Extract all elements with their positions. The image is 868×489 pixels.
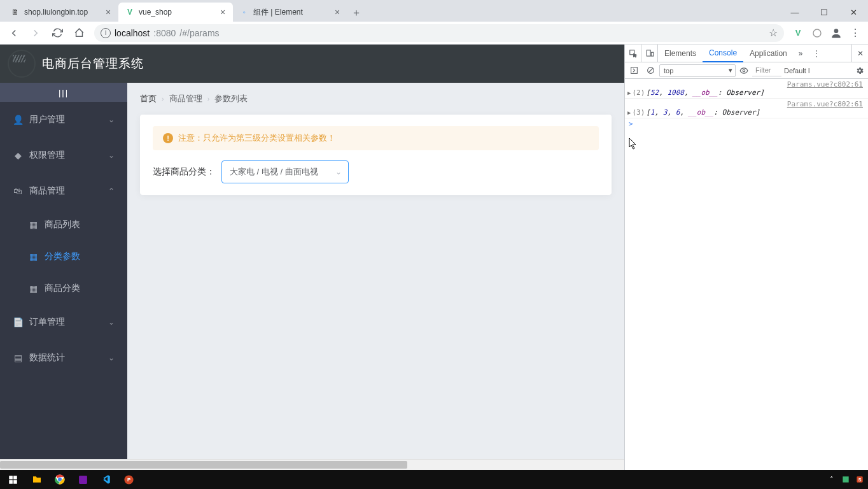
console-filter-input[interactable]: Filter [752, 65, 781, 76]
vue-icon: V [125, 7, 135, 17]
maximize-button[interactable]: ☐ [809, 3, 839, 22]
expand-triangle-icon[interactable]: ▶ [627, 108, 631, 116]
close-icon[interactable]: × [218, 7, 228, 17]
cascader-value: 大家电 / 电视 / 曲面电视 [230, 166, 318, 178]
chrome-taskbar-icon[interactable] [48, 470, 71, 489]
close-window-button[interactable]: ✕ [839, 3, 868, 22]
tray-app-icon[interactable]: S [854, 474, 865, 485]
svg-text:P: P [127, 477, 130, 483]
sidebar-subitem-goods-category[interactable]: ▦ 商品分类 [0, 273, 127, 304]
site-info-icon[interactable]: i [101, 28, 111, 38]
svg-rect-5 [631, 67, 637, 74]
vscode-taskbar-icon[interactable] [94, 470, 117, 489]
extension-icon[interactable] [808, 24, 826, 42]
windows-taskbar: P ˄ S [0, 470, 868, 489]
context-selector[interactable]: top [659, 64, 736, 77]
warning-icon: ! [163, 133, 173, 143]
log-array: [1, 3, 6, __ob__: Observer] [646, 108, 760, 117]
tray-chevron-icon[interactable]: ˄ [826, 474, 837, 485]
file-explorer-icon[interactable] [25, 470, 48, 489]
sidebar-item-label: 商品管理 [29, 185, 65, 197]
sidebar-item-stats[interactable]: ▤ 数据统计 ⌄ [0, 340, 127, 376]
home-button[interactable] [69, 23, 89, 43]
address-bar[interactable]: i localhost:8080/#/params ☆ [94, 24, 784, 42]
grid-icon: ▦ [28, 220, 38, 230]
console-prompt[interactable]: > [625, 118, 868, 129]
chevron-up-icon: ⌃ [108, 187, 115, 195]
forward-button[interactable] [25, 23, 46, 43]
selector-label: 选择商品分类： [153, 166, 215, 178]
svg-point-1 [834, 29, 839, 33]
console-settings-icon[interactable] [853, 66, 867, 75]
close-icon[interactable]: × [332, 7, 342, 17]
category-selector-row: 选择商品分类： 大家电 / 电视 / 曲面电视 ⌄ [153, 160, 599, 183]
sidebar-item-permissions[interactable]: ◆ 权限管理 ⌄ [0, 138, 127, 173]
expand-triangle-icon[interactable]: ▶ [627, 89, 631, 96]
tray-app-icon[interactable] [840, 474, 851, 485]
svg-line-7 [648, 68, 653, 73]
console-log-entry[interactable]: Params.vue?c802:61 ▶ (2) [52, 1008, __ob… [625, 79, 868, 99]
tab-title: vue_shop [139, 8, 214, 17]
sidebar-item-label: 分类参数 [45, 251, 80, 262]
svg-rect-11 [9, 480, 13, 484]
powerpoint-taskbar-icon[interactable]: P [117, 470, 140, 489]
breadcrumb-home[interactable]: 首页 [140, 93, 157, 104]
console-log-entry[interactable]: Params.vue?c802:61 ▶ (3) [1, 3, 6, __ob_… [625, 99, 868, 118]
scrollbar-thumb[interactable] [0, 461, 407, 469]
minimize-button[interactable]: — [780, 3, 809, 22]
log-source-link[interactable]: Params.vue?c802:61 [627, 100, 865, 108]
browser-tab[interactable]: 🗎 shop.liulongbin.top × [4, 3, 118, 22]
alert-text: 注意：只允许为第三级分类设置相关参数！ [178, 132, 335, 144]
vue-devtools-ext-icon[interactable]: V [789, 24, 807, 42]
start-button[interactable] [0, 470, 25, 489]
log-source-link[interactable]: Params.vue?c802:61 [627, 80, 865, 89]
chevron-down-icon: ⌄ [108, 115, 115, 124]
breadcrumb-level2[interactable]: 商品管理 [169, 93, 202, 104]
chevron-right-icon: › [162, 95, 164, 103]
browser-tab[interactable]: ◦ 组件 | Element × [233, 3, 347, 22]
system-tray: ˄ S [826, 470, 868, 489]
bookmark-star-icon[interactable]: ☆ [769, 27, 778, 39]
sidebar-collapse-button[interactable]: ||| [0, 83, 127, 102]
console-sidebar-toggle-icon[interactable] [626, 62, 641, 78]
sidebar-subitem-goods-list[interactable]: ▦ 商品列表 [0, 209, 127, 241]
svg-rect-10 [13, 476, 17, 479]
browser-tab-active[interactable]: V vue_shop × [118, 3, 233, 22]
onenote-taskbar-icon[interactable] [71, 470, 94, 489]
horizontal-scrollbar[interactable] [0, 459, 624, 470]
live-expression-icon[interactable] [737, 66, 751, 75]
main-content: 首页 › 商品管理 › 参数列表 ! 注意：只允许为第三级分类设置相关参数！ 选… [127, 83, 624, 459]
console-toolbar: top Filter Default l [625, 62, 868, 79]
close-icon[interactable]: × [103, 7, 113, 17]
log-level-selector[interactable]: Default l [783, 67, 811, 74]
document-icon: 📄 [13, 317, 23, 327]
category-cascader[interactable]: 大家电 / 电视 / 曲面电视 ⌄ [221, 160, 349, 183]
devtools-tab-application[interactable]: Application [743, 45, 794, 62]
new-tab-button[interactable]: ＋ [347, 4, 365, 22]
bag-icon: 🛍 [13, 186, 23, 196]
profile-avatar-icon[interactable] [827, 24, 845, 42]
reload-button[interactable] [47, 23, 67, 43]
chevron-down-icon: ⌄ [335, 167, 342, 176]
devtools-tab-console[interactable]: Console [703, 45, 743, 62]
sidebar-item-users[interactable]: 👤 用户管理 ⌄ [0, 102, 127, 138]
sidebar-item-label: 数据统计 [29, 352, 65, 364]
chart-icon: ▤ [13, 353, 23, 363]
inspect-element-icon[interactable] [625, 45, 641, 62]
sidebar-subitem-category-params[interactable]: ▦ 分类参数 [0, 241, 127, 273]
devtools-more-tabs-icon[interactable]: » [794, 49, 808, 58]
shield-icon: ◆ [13, 150, 23, 160]
devtools-menu-icon[interactable]: ⋮ [808, 49, 825, 58]
chrome-menu-button[interactable]: ⋮ [846, 24, 864, 42]
sidebar-item-label: 用户管理 [29, 114, 65, 125]
device-toggle-icon[interactable] [641, 45, 658, 62]
devtools-close-button[interactable]: ✕ [851, 45, 868, 62]
browser-tab-strip: 🗎 shop.liulongbin.top × V vue_shop × ◦ 组… [0, 0, 780, 22]
svg-rect-3 [647, 50, 650, 55]
back-button[interactable] [4, 23, 24, 43]
devtools-tab-elements[interactable]: Elements [658, 45, 703, 62]
sidebar-item-orders[interactable]: 📄 订单管理 ⌄ [0, 304, 127, 340]
sidebar-item-goods[interactable]: 🛍 商品管理 ⌃ [0, 173, 127, 209]
clear-console-icon[interactable] [643, 62, 658, 78]
breadcrumb: 首页 › 商品管理 › 参数列表 [140, 93, 612, 104]
